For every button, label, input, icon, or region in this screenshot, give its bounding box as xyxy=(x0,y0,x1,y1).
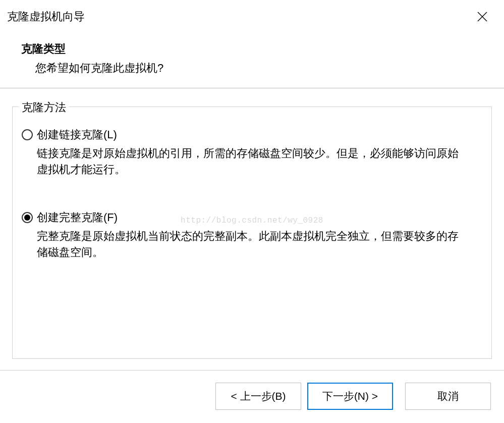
wizard-step-subtitle: 您希望如何克隆此虚拟机? xyxy=(35,61,504,76)
window-title: 克隆虚拟机向导 xyxy=(7,9,85,24)
cancel-button[interactable]: 取消 xyxy=(405,383,491,410)
wizard-step-title: 克隆类型 xyxy=(21,41,504,57)
group-legend: 克隆方法 xyxy=(19,100,69,115)
wizard-header: 克隆类型 您希望如何克隆此虚拟机? xyxy=(0,31,504,88)
radio-label: 创建完整克隆(F) xyxy=(37,210,118,225)
radio-linked-clone[interactable]: 创建链接克隆(L) xyxy=(22,127,482,142)
back-button[interactable]: < 上一步(B) xyxy=(215,383,301,410)
close-icon[interactable] xyxy=(473,9,492,26)
radio-label: 创建链接克隆(L) xyxy=(37,127,117,142)
radio-circle-icon xyxy=(22,212,33,223)
clone-method-group: 克隆方法 创建链接克隆(L) 链接克隆是对原始虚拟机的引用，所需的存储磁盘空间较… xyxy=(12,107,492,359)
radio-option-full-clone: 创建完整克隆(F) 完整克隆是原始虚拟机当前状态的完整副本。此副本虚拟机完全独立… xyxy=(22,210,482,260)
next-button[interactable]: 下一步(N) > xyxy=(307,383,393,410)
radio-description: 完整克隆是原始虚拟机当前状态的完整副本。此副本虚拟机完全独立，但需要较多的存储磁… xyxy=(37,228,461,260)
wizard-footer: < 上一步(B) 下一步(N) > 取消 xyxy=(0,370,504,410)
radio-circle-icon xyxy=(22,129,33,140)
radio-option-linked-clone: 创建链接克隆(L) 链接克隆是对原始虚拟机的引用，所需的存储磁盘空间较少。但是，… xyxy=(22,127,482,178)
radio-full-clone[interactable]: 创建完整克隆(F) xyxy=(22,210,482,225)
radio-description: 链接克隆是对原始虚拟机的引用，所需的存储磁盘空间较少。但是，必须能够访问原始虚拟… xyxy=(37,145,461,178)
